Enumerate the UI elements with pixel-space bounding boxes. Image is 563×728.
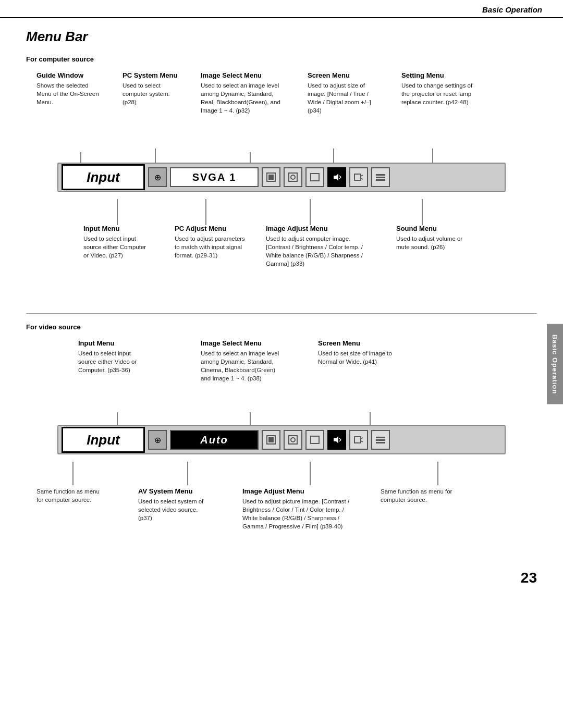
svg-rect-15 [311, 174, 319, 181]
labels-above-video: Input Menu Used to select input source e… [26, 339, 537, 425]
menu-icon-6 [349, 167, 368, 187]
image-select-video-title: Image Select Menu [201, 339, 284, 347]
page-content: Menu Bar For computer source [0, 18, 563, 597]
video-source-section: For video source [26, 323, 537, 560]
av-system-title: AV System Menu [138, 487, 211, 495]
av-system-desc: Used to select system of selected video … [138, 497, 211, 522]
video-menu-icon-1: ⊕ [148, 430, 167, 450]
video-menu-icon-4 [305, 430, 324, 450]
image-select-video-label: Image Select Menu Used to select an imag… [201, 339, 284, 382]
labels-below-video: Same function as menu for computer sourc… [26, 459, 537, 560]
svg-line-18 [339, 177, 341, 179]
svg-point-14 [291, 175, 295, 179]
svg-rect-45 [376, 442, 385, 443]
svg-rect-44 [376, 439, 385, 441]
computer-menu-bar: Input ⊕ SVGA 1 [26, 163, 537, 192]
input-menu-title: Input Menu [83, 225, 151, 232]
menu-icon-sound [327, 167, 346, 187]
screen-menu-desc: Used to adjust size of image. [Normal / … [308, 81, 383, 115]
image-adjust-title: Image Adjust Menu [266, 225, 365, 232]
svg-rect-22 [376, 174, 385, 176]
pc-system-desc: Used to select computer system. (p28) [123, 81, 185, 106]
pc-adjust-desc: Used to adjust parameters to match with … [175, 235, 245, 260]
menu-icon-2 [262, 167, 280, 187]
video-input-box: Input [62, 427, 145, 453]
sound-menu-title: Sound Menu [396, 225, 467, 232]
svg-rect-24 [376, 179, 385, 181]
sound-menu-label: Sound Menu Used to adjust volume or mute… [396, 225, 467, 251]
guide-window-desc: Shows the selected Menu of the On-Screen… [36, 81, 104, 106]
image-adjust-label: Image Adjust Menu Used to adjust compute… [266, 225, 365, 268]
video-menu-icon-6 [349, 430, 368, 450]
screen-menu-video-desc: Used to set size of image to Normal or W… [318, 349, 394, 366]
setting-menu-title: Setting Menu [401, 71, 482, 79]
video-menu-icon-2 [262, 430, 280, 450]
screen-menu-title: Screen Menu [308, 71, 383, 79]
side-tab: Basic Operation [547, 324, 563, 404]
image-select-menu-label: Image Select Menu Used to select an imag… [201, 71, 282, 115]
sound-menu-desc: Used to adjust volume or mute sound. (p2… [396, 235, 467, 251]
menu-center-svga: SVGA 1 [170, 167, 259, 187]
labels-above-computer: Guide Window Shows the selected Menu of … [26, 71, 537, 163]
menu-icon-3 [284, 167, 302, 187]
input-menu-video-title: Input Menu [78, 339, 149, 347]
image-select-video-desc: Used to select an image level among Dyna… [201, 349, 284, 382]
image-adjust-video-desc: Used to adjust picture image. [Contrast … [242, 497, 352, 530]
image-adjust-desc: Used to adjust computer image. [Contrast… [266, 235, 365, 268]
video-menu-icon-3 [284, 430, 302, 450]
menu-icon-4 [305, 167, 324, 187]
guide-window-label: Guide Window Shows the selected Menu of … [36, 71, 104, 106]
svg-rect-23 [376, 177, 385, 178]
same-function-right-desc: Same function as menu for computer sourc… [381, 487, 456, 504]
input-menu-desc: Used to select input source either Compu… [83, 235, 151, 260]
svg-marker-16 [334, 174, 338, 181]
pc-adjust-title: PC Adjust Menu [175, 225, 245, 232]
input-menu-video-desc: Used to select input source either Video… [78, 349, 149, 374]
labels-below-computer: Input Menu Used to select input source e… [26, 196, 537, 298]
pc-system-menu-label: PC System Menu Used to select computer s… [123, 71, 185, 106]
svg-rect-43 [376, 437, 385, 438]
page-title: Menu Bar [26, 29, 537, 45]
svg-line-39 [339, 440, 341, 441]
menu-bar-computer: Input ⊕ SVGA 1 [57, 163, 506, 192]
page-number: 23 [521, 570, 537, 586]
menu-icon-input: ⊕ [148, 167, 167, 187]
header-title: Basic Operation [482, 5, 542, 14]
svg-rect-13 [289, 173, 297, 181]
svg-rect-19 [354, 174, 361, 180]
same-function-left-label: Same function as menu for computer sourc… [36, 487, 104, 504]
svg-line-38 [339, 438, 341, 440]
video-source-label: For video source [26, 323, 537, 331]
input-menu-video-label: Input Menu Used to select input source e… [78, 339, 149, 374]
video-menu-icon-7 [371, 430, 390, 450]
svg-rect-12 [268, 175, 274, 180]
screen-menu-label: Screen Menu Used to adjust size of image… [308, 71, 383, 115]
video-menu-bar: Input ⊕ Auto [26, 425, 537, 454]
svg-point-35 [291, 438, 295, 442]
image-adjust-video-title: Image Adjust Menu [242, 487, 352, 495]
same-function-left-desc: Same function as menu for computer sourc… [36, 487, 104, 504]
svg-line-17 [339, 176, 341, 177]
svg-marker-37 [334, 436, 338, 443]
guide-window-title: Guide Window [36, 71, 104, 79]
setting-menu-desc: Used to change settings of the projector… [401, 81, 482, 106]
page-header: Basic Operation [0, 0, 563, 18]
svg-rect-33 [268, 437, 274, 442]
menu-bar-video: Input ⊕ Auto [57, 425, 506, 454]
image-adjust-video-label: Image Adjust Menu Used to adjust picture… [242, 487, 352, 530]
video-menu-center: Auto [170, 430, 259, 450]
setting-menu-label: Setting Menu Used to change settings of … [401, 71, 482, 106]
computer-source-section: For computer source [26, 55, 537, 298]
image-select-desc: Used to select an image level among Dyna… [201, 81, 282, 115]
video-menu-icon-sound [327, 430, 346, 450]
screen-menu-video-title: Screen Menu [318, 339, 394, 347]
input-box: Input [62, 164, 145, 190]
svg-rect-36 [311, 436, 319, 443]
screen-menu-video-label: Screen Menu Used to set size of image to… [318, 339, 394, 366]
image-select-title: Image Select Menu [201, 71, 282, 79]
same-function-right-label: Same function as menu for computer sourc… [381, 487, 456, 504]
pc-system-title: PC System Menu [123, 71, 185, 79]
computer-source-label: For computer source [26, 55, 537, 63]
av-system-label: AV System Menu Used to select system of … [138, 487, 211, 522]
svg-rect-34 [289, 436, 297, 444]
